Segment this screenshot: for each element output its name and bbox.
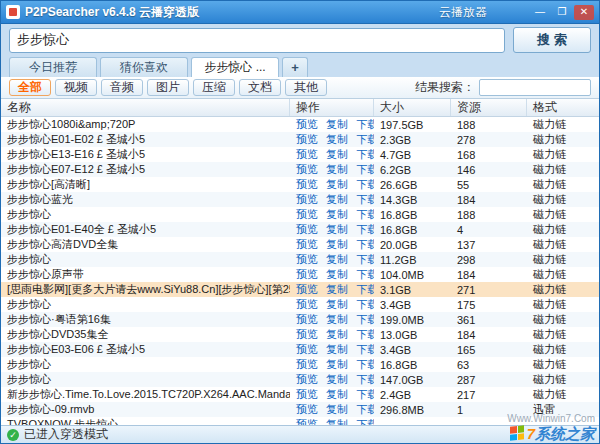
table-row[interactable]: TVBOXNOW 步步惊心 预览 复制 下载 (1, 417, 599, 425)
preview-link[interactable]: 预览 (296, 118, 318, 130)
download-link[interactable]: 下载 (356, 388, 374, 400)
column-header-actions[interactable]: 操作 (290, 99, 374, 116)
preview-link[interactable]: 预览 (296, 253, 318, 265)
table-row[interactable]: 步步惊心 预览 复制 下载 3.4GB 175 磁力链 (1, 297, 599, 312)
download-link[interactable]: 下载 (356, 118, 374, 130)
preview-link[interactable]: 预览 (296, 193, 318, 205)
download-link[interactable]: 下载 (356, 253, 374, 265)
download-link[interactable]: 下载 (356, 418, 374, 425)
copy-link[interactable]: 复制 (326, 253, 348, 265)
filter-button-other[interactable]: 其他 (285, 79, 327, 96)
download-link[interactable]: 下载 (356, 343, 374, 355)
download-link[interactable]: 下载 (356, 373, 374, 385)
preview-link[interactable]: 预览 (296, 343, 318, 355)
download-link[interactable]: 下载 (356, 148, 374, 160)
download-link[interactable]: 下载 (356, 238, 374, 250)
download-link[interactable]: 下载 (356, 403, 374, 415)
table-row[interactable]: 步步惊心DVD35集全 预览 复制 下载 13.0GB 184 磁力链 (1, 327, 599, 342)
download-link[interactable]: 下载 (356, 133, 374, 145)
preview-link[interactable]: 预览 (296, 373, 318, 385)
table-row[interactable]: 步步惊心高清DVD全集 预览 复制 下载 20.0GB 137 磁力链 (1, 237, 599, 252)
copy-link[interactable]: 复制 (326, 163, 348, 175)
column-header-format[interactable]: 格式 (527, 99, 599, 116)
preview-link[interactable]: 预览 (296, 208, 318, 220)
copy-link[interactable]: 复制 (326, 373, 348, 385)
download-link[interactable]: 下载 (356, 268, 374, 280)
table-row[interactable]: 步步惊心 预览 复制 下载 11.2GB 298 磁力链 (1, 252, 599, 267)
table-row[interactable]: 步步惊心[高清晰] 预览 复制 下载 26.6GB 55 磁力链 (1, 177, 599, 192)
copy-link[interactable]: 复制 (326, 403, 348, 415)
filter-button-audio[interactable]: 音频 (101, 79, 143, 96)
filter-button-video[interactable]: 视频 (55, 79, 97, 96)
search-input[interactable] (9, 28, 505, 53)
download-link[interactable]: 下载 (356, 178, 374, 190)
table-row[interactable]: 步步惊心E01-E40全 £ 圣城小5 预览 复制 下载 16.8GB 4 磁力… (1, 222, 599, 237)
preview-link[interactable]: 预览 (296, 238, 318, 250)
download-link[interactable]: 下载 (356, 193, 374, 205)
filter-button-all[interactable]: 全部 (9, 79, 51, 96)
preview-link[interactable]: 预览 (296, 358, 318, 370)
preview-link[interactable]: 预览 (296, 163, 318, 175)
download-link[interactable]: 下载 (356, 298, 374, 310)
copy-link[interactable]: 复制 (326, 178, 348, 190)
copy-link[interactable]: 复制 (326, 118, 348, 130)
copy-link[interactable]: 复制 (326, 343, 348, 355)
preview-link[interactable]: 预览 (296, 388, 318, 400)
preview-link[interactable]: 预览 (296, 328, 318, 340)
table-row[interactable]: 新步步惊心.Time.To.Love.2015.TC720P.X264.AAC.… (1, 387, 599, 402)
preview-link[interactable]: 预览 (296, 268, 318, 280)
preview-link[interactable]: 预览 (296, 283, 318, 295)
copy-link[interactable]: 复制 (326, 223, 348, 235)
copy-link[interactable]: 复制 (326, 313, 348, 325)
download-link[interactable]: 下载 (356, 208, 374, 220)
preview-link[interactable]: 预览 (296, 223, 318, 235)
preview-link[interactable]: 预览 (296, 403, 318, 415)
table-row[interactable]: 步步惊心 预览 复制 下载 147.0GB 287 磁力链 (1, 372, 599, 387)
filter-button-image[interactable]: 图片 (147, 79, 189, 96)
result-search-input[interactable] (479, 79, 591, 96)
copy-link[interactable]: 复制 (326, 238, 348, 250)
column-header-name[interactable]: 名称 (1, 99, 290, 116)
preview-link[interactable]: 预览 (296, 313, 318, 325)
copy-link[interactable]: 复制 (326, 268, 348, 280)
copy-link[interactable]: 复制 (326, 133, 348, 145)
table-row[interactable]: 步步惊心 预览 复制 下载 16.8GB 63 磁力链 (1, 357, 599, 372)
copy-link[interactable]: 复制 (326, 208, 348, 220)
preview-link[interactable]: 预览 (296, 178, 318, 190)
column-header-size[interactable]: 大小 (374, 99, 451, 116)
table-row[interactable]: [思雨电影网][更多大片请去www.SiYu88.Cn][步步惊心][第25-3… (1, 282, 599, 297)
download-link[interactable]: 下载 (356, 328, 374, 340)
tab-guess[interactable]: 猜你喜欢 (100, 57, 188, 77)
copy-link[interactable]: 复制 (326, 148, 348, 160)
filter-button-doc[interactable]: 文档 (239, 79, 281, 96)
close-button[interactable]: ✕ (574, 5, 594, 20)
table-row[interactable]: 步步惊心 预览 复制 下载 16.8GB 188 磁力链 (1, 207, 599, 222)
preview-link[interactable]: 预览 (296, 133, 318, 145)
copy-link[interactable]: 复制 (326, 298, 348, 310)
preview-link[interactable]: 预览 (296, 148, 318, 160)
tab-new[interactable]: + (282, 57, 308, 77)
preview-link[interactable]: 预览 (296, 298, 318, 310)
table-row[interactable]: 步步惊心E07-E12 £ 圣城小5 预览 复制 下载 6.2GB 146 磁力… (1, 162, 599, 177)
download-link[interactable]: 下载 (356, 358, 374, 370)
table-row[interactable]: 步步惊心·粤语第16集 预览 复制 下载 199.0MB 361 磁力链 (1, 312, 599, 327)
copy-link[interactable]: 复制 (326, 283, 348, 295)
download-link[interactable]: 下载 (356, 223, 374, 235)
copy-link[interactable]: 复制 (326, 418, 348, 425)
copy-link[interactable]: 复制 (326, 328, 348, 340)
table-row[interactable]: 步步惊心E01-E02 £ 圣城小5 预览 复制 下载 2.3GB 278 磁力… (1, 132, 599, 147)
table-row[interactable]: 步步惊心1080i&amp;720P 预览 复制 下载 197.5GB 188 … (1, 117, 599, 132)
column-header-resources[interactable]: 资源 (451, 99, 527, 116)
preview-link[interactable]: 预览 (296, 418, 318, 425)
tab-today[interactable]: 今日推荐 (9, 57, 97, 77)
table-row[interactable]: 步步惊心-09.rmvb 预览 复制 下载 296.8MB 1 迅雷 (1, 402, 599, 417)
maximize-button[interactable]: ❐ (552, 5, 572, 20)
download-link[interactable]: 下载 (356, 163, 374, 175)
search-button[interactable]: 搜 索 (513, 27, 591, 53)
cloud-player-button[interactable]: 云播放器 (439, 4, 487, 21)
filter-button-archive[interactable]: 压缩 (193, 79, 235, 96)
table-row[interactable]: 步步惊心E13-E16 £ 圣城小5 预览 复制 下载 4.7GB 168 磁力… (1, 147, 599, 162)
download-link[interactable]: 下载 (356, 283, 374, 295)
copy-link[interactable]: 复制 (326, 358, 348, 370)
table-row[interactable]: 步步惊心蓝光 预览 复制 下载 14.3GB 184 磁力链 (1, 192, 599, 207)
